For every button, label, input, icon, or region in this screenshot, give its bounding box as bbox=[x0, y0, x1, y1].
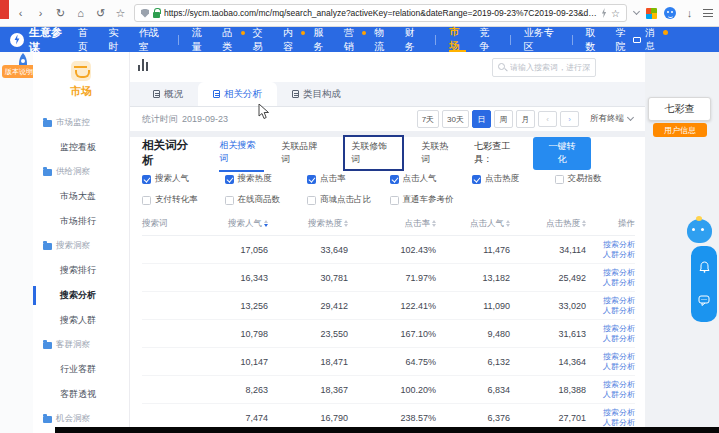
nav-item-data-fetch[interactable]: 取数 bbox=[585, 27, 602, 52]
one-key-convert-button[interactable]: 一键转化 bbox=[533, 137, 591, 170]
history-icon[interactable]: ↺ bbox=[94, 0, 107, 27]
address-bar[interactable]: https://sycm.taobao.com/mc/mq/search_ana… bbox=[134, 4, 627, 22]
nav-item-content[interactable]: 内容 bbox=[283, 27, 300, 52]
sidebar-item-market-overview[interactable]: 市场大盘 bbox=[33, 184, 129, 209]
subtab-related-modifier-words[interactable]: 关联修饰词 bbox=[343, 135, 404, 171]
sidebar-item-search-crowd[interactable]: 搜索人群 bbox=[33, 308, 129, 333]
lightning-icon[interactable] bbox=[601, 8, 607, 18]
download-icon[interactable]: ↓ bbox=[683, 0, 696, 27]
tab-overview[interactable]: 概况 bbox=[138, 82, 198, 106]
brand[interactable]: 生意参谋 bbox=[10, 25, 65, 55]
nav-item-service[interactable]: 服务 bbox=[313, 27, 330, 52]
bar-chart-icon[interactable] bbox=[138, 59, 148, 71]
nav-item-realtime[interactable]: 实时 bbox=[108, 27, 125, 52]
sidebar-item-search-analysis[interactable]: 搜索分析 bbox=[33, 283, 129, 308]
search-analysis-link[interactable]: 搜索分析 bbox=[586, 240, 635, 250]
smiley-extension-icon[interactable] bbox=[664, 7, 676, 19]
nav-item-competition[interactable]: 竞争 bbox=[479, 27, 496, 52]
version-tag[interactable]: 版本说明 bbox=[2, 65, 36, 78]
checkbox-icon[interactable] bbox=[225, 196, 234, 205]
sidebar-group-supply-insight[interactable]: 供给洞察 bbox=[33, 160, 129, 184]
col-search-heat[interactable]: 搜索热度 bbox=[268, 218, 348, 230]
sidebar-group-opportunity-insight[interactable]: 机会洞察 bbox=[33, 407, 129, 427]
keyword-search-box[interactable] bbox=[492, 58, 596, 77]
messages-entry[interactable]: 消息 bbox=[633, 27, 661, 53]
menu-icon[interactable] bbox=[703, 9, 713, 17]
refresh-icon[interactable]: ↻ bbox=[54, 0, 67, 27]
crowd-analysis-link[interactable]: 人群分析 bbox=[586, 278, 635, 288]
checkbox-checked-icon[interactable] bbox=[472, 175, 481, 184]
metric-trade-index[interactable]: 交易指数 bbox=[555, 173, 638, 185]
sidebar-group-crowd-insight[interactable]: 客群洞察 bbox=[33, 333, 129, 357]
col-search-popularity[interactable]: 搜索人气 bbox=[194, 218, 268, 230]
search-analysis-link[interactable]: 搜索分析 bbox=[586, 352, 635, 362]
terminal-filter-dropdown[interactable]: 所有终端 bbox=[590, 113, 633, 125]
prev-date-button[interactable]: ‹ bbox=[538, 111, 557, 127]
tab-related-analysis[interactable]: 相关分析 bbox=[198, 82, 277, 106]
nav-item-market-active[interactable]: 市场 bbox=[449, 27, 466, 52]
metric-search-popularity[interactable]: 搜索人气 bbox=[142, 173, 225, 185]
metric-pay-conversion[interactable]: 支付转化率 bbox=[142, 194, 225, 206]
url-text[interactable]: https://sycm.taobao.com/mc/mq/search_ana… bbox=[164, 8, 597, 18]
range-30d-button[interactable]: 30天 bbox=[442, 110, 469, 128]
shield-icon[interactable] bbox=[141, 9, 149, 18]
sidebar-item-industry-crowd[interactable]: 行业客群 bbox=[33, 357, 129, 382]
search-analysis-link[interactable]: 搜索分析 bbox=[586, 268, 635, 278]
tab-category-composition[interactable]: 类目构成 bbox=[277, 82, 356, 106]
metric-click-rate[interactable]: 点击率 bbox=[307, 173, 390, 185]
search-analysis-link[interactable]: 搜索分析 bbox=[586, 296, 635, 306]
col-click-heat[interactable]: 点击热度 bbox=[510, 218, 586, 230]
crowd-analysis-link[interactable]: 人群分析 bbox=[586, 390, 635, 400]
extension-grid-icon[interactable] bbox=[646, 8, 657, 19]
nav-item-trade[interactable]: 交易 bbox=[253, 27, 270, 52]
bookmark-star-icon[interactable]: ☆ bbox=[114, 0, 127, 27]
search-input[interactable] bbox=[510, 63, 590, 72]
range-7d-button[interactable]: 7天 bbox=[417, 110, 439, 128]
checkbox-icon[interactable] bbox=[307, 196, 316, 205]
range-day-button[interactable]: 日 bbox=[472, 110, 491, 128]
crowd-analysis-link[interactable]: 人群分析 bbox=[586, 306, 635, 316]
checkbox-icon[interactable] bbox=[555, 175, 564, 184]
sidebar-group-market-monitor[interactable]: 市场监控 bbox=[33, 111, 129, 135]
metric-online-items[interactable]: 在线商品数 bbox=[225, 194, 308, 206]
chevron-down-icon[interactable] bbox=[633, 8, 640, 15]
assistant-mascot-icon[interactable] bbox=[687, 219, 712, 243]
search-analysis-link[interactable]: 搜索分析 bbox=[586, 380, 635, 390]
sidebar-item-crowd-perspective[interactable]: 客群透视 bbox=[33, 382, 129, 407]
nav-item-academy[interactable]: 学院 bbox=[616, 27, 633, 52]
nav-item-logistics[interactable]: 物流 bbox=[374, 27, 391, 52]
sidebar-group-search-insight[interactable]: 搜索洞察 bbox=[33, 234, 129, 258]
crowd-analysis-link[interactable]: 人群分析 bbox=[586, 362, 635, 372]
checkbox-checked-icon[interactable] bbox=[142, 175, 151, 184]
checkbox-icon[interactable] bbox=[142, 196, 151, 205]
search-analysis-link[interactable]: 搜索分析 bbox=[586, 408, 635, 418]
range-month-button[interactable]: 月 bbox=[516, 110, 535, 128]
subtab-related-search-words[interactable]: 相关搜索词 bbox=[219, 134, 264, 172]
checkbox-checked-icon[interactable] bbox=[307, 175, 316, 184]
metric-mall-click-share[interactable]: 商城点击占比 bbox=[307, 194, 390, 206]
sidebar-item-search-ranking[interactable]: 搜索排行 bbox=[33, 258, 129, 283]
nav-item-home[interactable]: 首页 bbox=[78, 27, 95, 52]
checkbox-checked-icon[interactable] bbox=[390, 175, 399, 184]
sidebar-item-market-ranking[interactable]: 市场排行 bbox=[33, 209, 129, 234]
nav-item-traffic[interactable]: 流量 bbox=[192, 27, 209, 52]
metric-click-heat[interactable]: 点击热度 bbox=[472, 173, 555, 185]
checkbox-checked-icon[interactable] bbox=[225, 175, 234, 184]
crowd-analysis-link[interactable]: 人群分析 bbox=[586, 250, 635, 260]
user-info-button[interactable]: 用户信息 bbox=[653, 123, 707, 137]
col-click-rate[interactable]: 点击率 bbox=[348, 218, 436, 230]
nav-item-category[interactable]: 品类 bbox=[222, 27, 239, 52]
metric-search-heat[interactable]: 搜索热度 bbox=[225, 173, 308, 185]
subtab-related-hot-words[interactable]: 关联热词 bbox=[421, 135, 457, 171]
nav-item-marketing[interactable]: 营销 bbox=[344, 27, 361, 52]
nav-item-finance[interactable]: 财务 bbox=[405, 27, 422, 52]
col-click-popularity[interactable]: 点击人气 bbox=[436, 218, 510, 230]
favorite-star-icon[interactable]: ☆ bbox=[611, 8, 620, 19]
forward-icon[interactable]: › bbox=[34, 0, 47, 27]
sidebar-item-monitor-board[interactable]: 监控看板 bbox=[33, 135, 129, 160]
metric-ztc-reference-price[interactable]: 直通车参考价 bbox=[390, 194, 473, 206]
next-date-button[interactable]: › bbox=[560, 111, 579, 127]
bell-icon[interactable] bbox=[699, 259, 710, 277]
qicai-widget-button[interactable]: 七彩查 bbox=[648, 97, 711, 121]
metric-click-popularity[interactable]: 点击人气 bbox=[390, 173, 473, 185]
